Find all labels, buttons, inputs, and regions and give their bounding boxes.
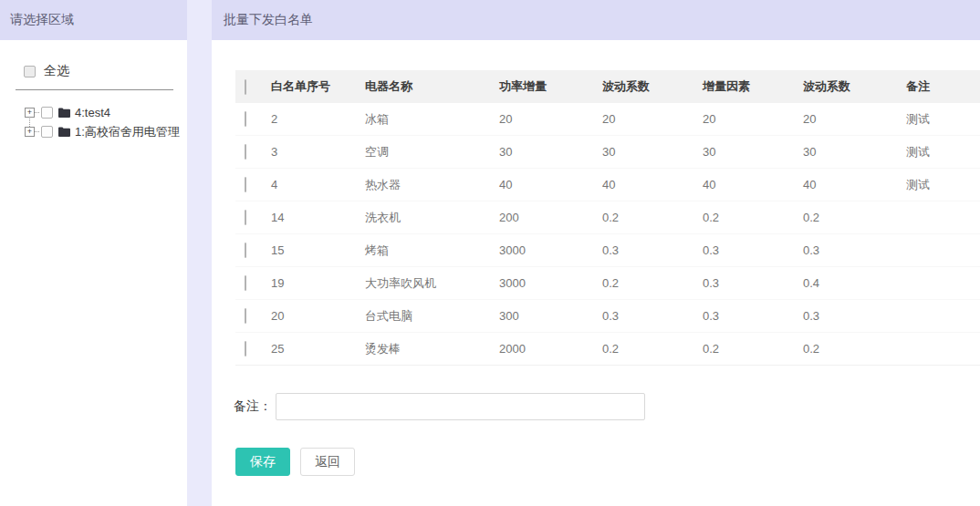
tree-node-checkbox[interactable] [41,107,53,119]
table-cell: 25 [271,333,365,366]
page-title: 批量下发白名单 [212,0,980,40]
row-checkbox[interactable] [245,243,246,258]
select-all-rows-checkbox[interactable] [245,79,246,95]
table-cell: 30 [499,136,602,169]
tree-connector-stub [35,112,39,113]
remark-row: 备注： [234,392,980,421]
table-cell: 15 [271,234,365,267]
table-cell: 3 [271,136,365,169]
table-row: 20台式电脑3000.30.30.3 [235,300,980,333]
table-cell: 热水器 [365,169,499,201]
table-cell [906,201,980,234]
table-cell: 0.3 [703,267,803,300]
table-cell: 0.2 [703,333,803,366]
table-row: 4热水器40404040测试 [235,169,980,201]
table-cell: 烫发棒 [365,333,499,366]
column-header: 增量因素 [703,70,803,103]
table-row: 19大功率吹风机30000.20.30.4 [235,267,980,300]
table-cell [906,234,980,267]
table-cell: 3000 [499,234,602,267]
row-checkbox[interactable] [245,144,246,160]
table-row: 3空调30303030测试 [235,136,980,169]
table-cell: 烤箱 [365,234,499,267]
table-cell: 空调 [365,136,499,169]
table-cell: 测试 [906,103,980,136]
column-header: 波动系数 [602,70,703,103]
row-checkbox[interactable] [245,341,246,356]
table-cell: 20 [271,300,365,333]
table-cell: 0.2 [602,267,703,300]
table-cell: 0.4 [803,267,906,300]
table-cell: 0.3 [703,300,803,333]
select-all-row: 全选 [24,63,187,79]
button-row: 保存 返回 [235,448,980,476]
table-cell: 测试 [906,136,980,169]
column-header: 波动系数 [803,70,906,103]
table-row: 14洗衣机2000.20.20.2 [235,201,980,234]
table-cell: 3000 [499,267,602,300]
table-cell: 20 [803,103,906,136]
table-cell: 40 [703,169,803,201]
table-header-row: 白名单序号电器名称功率增量波动系数增量因素波动系数备注 [235,70,980,103]
column-header: 白名单序号 [271,70,365,103]
table-cell: 冰箱 [365,103,499,136]
table-cell: 4 [271,169,365,201]
table-cell: 2 [271,103,365,136]
tree-connector-stub [35,131,39,132]
table-cell: 0.3 [602,234,703,267]
tree-node-label[interactable]: 1:高校宿舍用电管理 [75,124,180,140]
tree-node-label[interactable]: 4:test4 [75,106,110,119]
tree-node: +4:test4 [25,103,187,122]
table-cell: 0.3 [803,300,906,333]
region-tree: +4:test4+1:高校宿舍用电管理 [25,103,187,141]
table-row: 2冰箱20202020测试 [235,103,980,136]
column-header: 电器名称 [365,70,499,103]
table-cell: 大功率吹风机 [365,267,499,300]
main-panel: 批量下发白名单 白名单序号电器名称功率增量波动系数增量因素波动系数备注 2冰箱2… [212,0,980,506]
table-cell: 洗衣机 [365,201,499,234]
table-cell: 0.3 [803,234,906,267]
back-button[interactable]: 返回 [300,448,355,476]
table-cell [906,267,980,300]
tree-expand-icon[interactable]: + [25,108,35,118]
table-cell: 台式电脑 [365,300,499,333]
select-all-label: 全选 [44,63,69,79]
folder-icon [58,127,70,137]
table-cell: 20 [703,103,803,136]
table-cell: 40 [602,169,703,201]
tree-expand-icon[interactable]: + [25,127,35,137]
remark-label: 备注： [234,398,272,415]
remark-input[interactable] [276,393,645,420]
tree-node: +1:高校宿舍用电管理 [25,122,187,141]
table-cell: 2000 [499,333,602,366]
table-cell: 20 [602,103,703,136]
table-cell: 0.3 [602,300,703,333]
select-all-checkbox[interactable] [24,66,36,77]
sidebar-divider [16,89,173,90]
table-cell: 测试 [906,169,980,201]
whitelist-table: 白名单序号电器名称功率增量波动系数增量因素波动系数备注 2冰箱20202020测… [235,70,980,366]
table-cell: 0.3 [703,234,803,267]
table-cell: 0.2 [602,333,703,366]
region-sidebar: 请选择区域 全选 +4:test4+1:高校宿舍用电管理 [0,0,187,506]
row-checkbox[interactable] [245,210,246,225]
save-button[interactable]: 保存 [235,448,290,476]
table-cell: 20 [499,103,602,136]
table-cell: 0.2 [803,333,906,366]
table-cell: 0.2 [803,201,906,234]
table-cell: 40 [499,169,602,201]
table-cell: 19 [271,267,365,300]
table-cell: 300 [499,300,602,333]
table-row: 15烤箱30000.30.30.3 [235,234,980,267]
folder-icon [58,108,70,118]
row-checkbox[interactable] [245,177,246,192]
row-checkbox[interactable] [245,308,246,324]
table-cell: 30 [602,136,703,169]
table-cell: 0.2 [602,201,703,234]
tree-node-checkbox[interactable] [41,126,53,138]
table-cell: 30 [703,136,803,169]
row-checkbox[interactable] [245,111,246,127]
table-cell: 40 [803,169,906,201]
column-header: 功率增量 [499,70,602,103]
row-checkbox[interactable] [245,275,246,291]
